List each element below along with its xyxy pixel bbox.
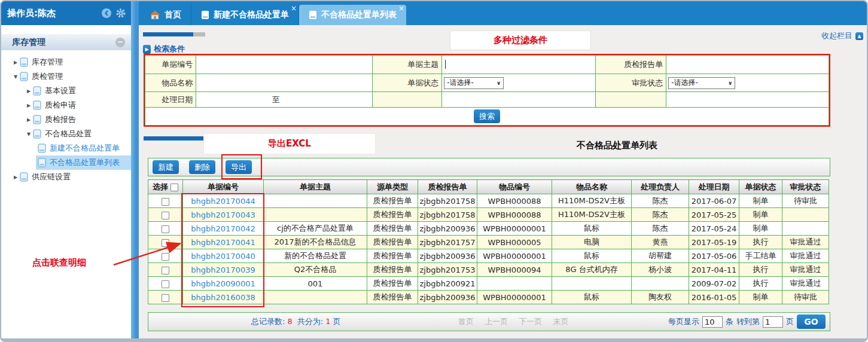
row-checkbox[interactable] [162,267,169,274]
select-column-header: 选择 [148,180,183,194]
record-stats: 总记录数:8 共分为:1页 [251,313,340,331]
goto-page-input[interactable] [763,316,783,328]
sidebar-item[interactable]: ▶质检报告 [1,112,131,127]
date-to-label: 至 [272,94,280,105]
tree-collapsed-icon[interactable]: ▶ [25,103,33,108]
sidebar-item[interactable]: ▶质检申请 [1,98,131,112]
table-cell: 质检报告单 [367,263,418,277]
pages-unit: 页 [333,317,340,326]
select-all-checkbox[interactable] [170,184,178,191]
doc-status-label: 单据状态 [372,74,441,92]
scrollbar-top[interactable] [143,32,205,36]
row-checkbox[interactable] [162,212,169,219]
disposal-table: 选择单据编号单据主题源单类型质检报告单物品编号物品名称处理负责人处理日期单据状态… [148,179,829,304]
new-button[interactable]: 新建 [153,160,179,174]
row-checkbox[interactable] [162,225,169,233]
doc-no-link[interactable]: bhgbh20090001 [183,277,264,291]
next-page-link[interactable]: 下一页 [519,317,542,326]
collapse-panel-label: 收起栏目 [821,30,852,41]
doc-no-link[interactable]: bhgbh20170042 [183,222,264,236]
doc-no-input[interactable] [198,59,370,71]
table-cell [552,277,632,291]
sidebar-item[interactable]: ▼不合格品处置 [1,127,131,141]
row-checkbox[interactable] [162,294,169,302]
delete-button[interactable]: 删除 [189,160,215,174]
table-cell: WPBH000094 [477,263,552,277]
table-cell: 制单 [739,194,782,208]
doc-no-link[interactable]: bhgbh20170039 [183,263,264,277]
search-section-header[interactable]: ▶ 检索条件 [143,44,185,54]
select-cell [148,291,183,304]
row-checkbox[interactable] [162,239,169,247]
collapse-sidebar-icon[interactable]: − [115,38,125,47]
tab-disposal-list[interactable]: 不合格品处置单列表 × [299,5,406,25]
last-page-link[interactable]: 末页 [553,317,568,326]
table-cell: zjbgbh200921 [418,277,477,291]
export-note-text: 导出EXCL [268,138,311,149]
close-tab-icon[interactable]: × [291,5,297,12]
sidebar-item[interactable]: 不合格品处置单列表 [36,155,131,170]
settings-gear-icon[interactable] [115,8,126,19]
sidebar-divider [131,1,139,338]
collapse-up-icon[interactable]: ▲ [855,32,863,40]
approve-status-select[interactable]: -请选择- ∨ [668,77,735,89]
doc-no-label: 单据编号 [145,56,196,74]
date-range-cell[interactable]: 至 [196,92,373,108]
tree-expanded-icon[interactable]: ▼ [11,74,20,80]
column-header: 物品编号 [477,180,552,194]
pages-label: 共分为: [297,317,323,326]
row-checkbox[interactable] [162,253,169,261]
search-panel: 单据编号 单据主题 质检报告单 物品名称 单据状态 -请选择- [144,54,830,127]
sidebar-item[interactable]: ▶库存管理 [1,55,131,69]
list-title: 不合格品处置单列表 [577,140,657,151]
tab-home[interactable]: 首页 [140,5,191,25]
row-checkbox[interactable] [162,280,169,288]
per-page-input[interactable] [702,316,723,328]
search-button[interactable]: 搜索 [474,109,500,123]
sidebar-item-label: 供应链设置 [32,172,71,182]
table-cell [264,194,367,208]
table-cell: 杨小波 [632,263,689,277]
table-row: bhgbh20170042cj的不合格产品处置单质检报告单zjbgbh20093… [148,222,829,236]
column-header: 审批状态 [782,180,829,194]
tree-collapsed-icon[interactable]: ▶ [25,88,33,94]
table-cell: 制单 [739,208,782,222]
goto-unit: 页 [786,316,794,327]
tree-collapsed-icon[interactable]: ▶ [25,117,33,123]
sidebar-title-bar: 库存管理 − [1,34,131,50]
row-checkbox[interactable] [162,198,169,206]
subject-input[interactable] [444,59,593,71]
section-play-icon: ▶ [143,45,151,54]
table-header-row: 选择单据编号单据主题源单类型质检报告单物品编号物品名称处理负责人处理日期单据状态… [148,180,829,194]
select-cell [148,222,183,236]
tree-collapsed-icon[interactable]: ▶ [11,175,20,180]
empty-field-cell [666,92,829,108]
prev-page-link[interactable]: 上一页 [485,317,508,326]
back-icon[interactable] [101,8,112,19]
collapse-panel-control[interactable]: 收起栏目 ▲ [821,30,863,41]
document-icon [33,86,41,96]
doc-status-select[interactable]: -请选择- ∨ [444,77,504,89]
first-page-link[interactable]: 首页 [458,317,474,326]
export-button[interactable]: 导出 [226,160,252,174]
sidebar-title: 库存管理 [12,37,45,48]
tree-expanded-icon[interactable]: ▼ [25,132,33,137]
sidebar-item[interactable]: ▶基本设置 [1,84,131,98]
report-input[interactable] [668,59,827,71]
doc-no-link[interactable]: bhgbh20170044 [183,194,264,208]
sidebar-item-label: 质检报告 [45,114,76,125]
item-name-input[interactable] [198,77,370,89]
doc-no-link[interactable]: bhgbh20170040 [183,249,264,263]
close-tab-icon[interactable]: × [398,5,404,12]
document-icon [38,143,46,153]
tab-new-disposal[interactable]: 新建不合格品处置单 × [191,5,299,25]
sidebar-item[interactable]: 新建不合格品处置单 [36,141,131,155]
sidebar-item[interactable]: ▶供应链设置 [1,170,131,184]
go-button[interactable]: GO [797,314,826,329]
table-cell: WPBH00000001 [477,222,552,236]
doc-no-link[interactable]: bhgbh20160038 [183,291,264,304]
doc-no-link[interactable]: bhgbh20170041 [183,236,264,249]
sidebar-item[interactable]: ▼质检管理 [1,69,131,84]
tree-collapsed-icon[interactable]: ▶ [11,60,20,65]
doc-no-link[interactable]: bhgbh20170043 [183,208,264,222]
